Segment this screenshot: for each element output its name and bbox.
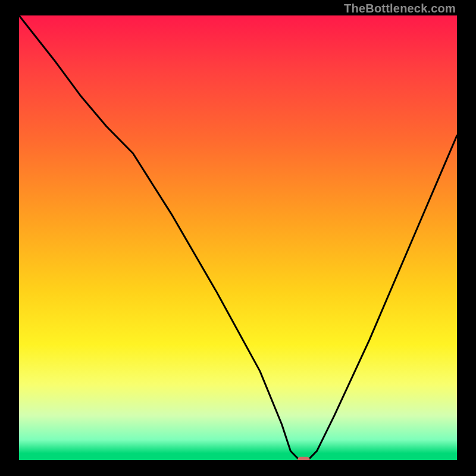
outer-black-frame: TheBottleneck.com (0, 0, 476, 476)
gradient-rect (19, 15, 457, 460)
chart-area (19, 15, 457, 460)
optimal-point-marker (298, 457, 310, 460)
watermark-label: TheBottleneck.com (344, 2, 456, 15)
chart-svg (19, 15, 457, 460)
